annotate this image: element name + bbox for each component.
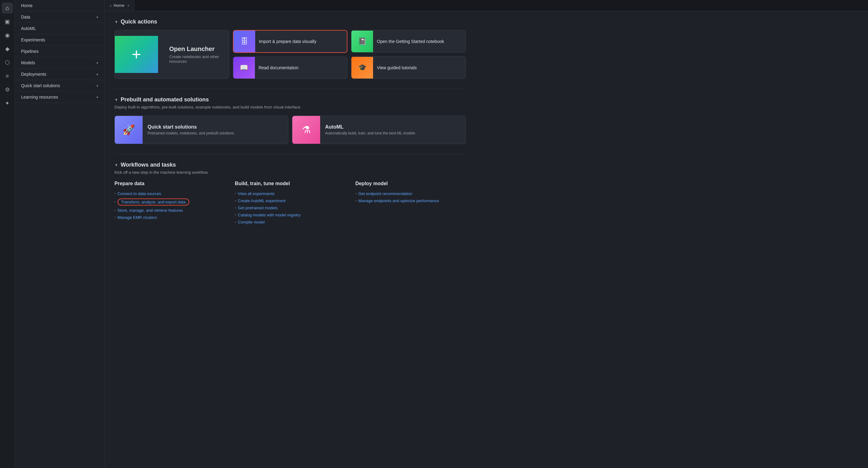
divider-1 (115, 89, 466, 89)
tutorials-icon-box: 🎓 (351, 57, 373, 78)
connect-data-sources-link[interactable]: • Connect to data sources (115, 190, 225, 197)
import-icon-box: 🗄 (234, 31, 255, 52)
triangle-icon: ▼ (115, 20, 118, 24)
pretrained-models-link[interactable]: • Get pretrained models (235, 204, 345, 211)
chevron-down-icon: ▾ (96, 84, 98, 88)
workflows-header: ▼ Workflows and tasks (115, 162, 466, 168)
notebook-icon: 📓 (358, 37, 367, 45)
deployments-icon-rail[interactable]: ⚙ (2, 84, 13, 95)
sidebar-item-home[interactable]: Home (15, 0, 104, 11)
sidebar-item-data[interactable]: Data ▾ (15, 11, 104, 23)
models-icon-rail[interactable]: ≡ (2, 70, 13, 81)
bullet-icon: • (115, 209, 116, 212)
launcher-icon: + (115, 36, 158, 73)
home-icon: ⌂ (110, 3, 112, 8)
sidebar-item-learning[interactable]: Learning resources ▾ (15, 92, 104, 103)
bullet-icon: • (235, 206, 236, 209)
model-registry-link[interactable]: • Catalog models with model registry (235, 211, 345, 219)
sidebar-item-deployments[interactable]: Deployments ▾ (15, 69, 104, 80)
getting-started-text: Open the Getting Started notebook (377, 35, 447, 47)
launcher-text: Open Launcher Create notebooks and other… (164, 40, 229, 69)
right-cards: 📓 Open the Getting Started notebook 🎓 Vi… (351, 30, 466, 79)
tab-label: Home (114, 3, 124, 8)
solutions-grid: 🚀 Quick start solutions Pretrained model… (115, 115, 466, 144)
main-content: ▼ Quick actions + Open Launcher Create n… (104, 11, 868, 468)
workflows-grid: Prepare data • Connect to data sources •… (115, 181, 466, 226)
endpoint-recommendation-link[interactable]: • Get endpoint recommendation (355, 190, 466, 197)
data-icon-rail[interactable]: ▣ (2, 16, 13, 27)
chevron-down-icon: ▾ (96, 61, 98, 65)
database-icon: 🗄 (241, 37, 248, 46)
quick-actions-header: ▼ Quick actions (115, 19, 466, 25)
bullet-icon: • (115, 200, 116, 204)
create-automl-link[interactable]: • Create AutoML experiment (235, 197, 345, 204)
sidebar: Home Data ▾ AutoML Experiments Pipelines… (15, 0, 104, 468)
build-train-list: • View all experiments • Create AutoML e… (235, 190, 345, 226)
flask-icon-box: ⚗ (292, 116, 320, 144)
bullet-icon: • (355, 192, 356, 195)
icon-rail: ⌂ ▣ ◉ ◆ ⬡ ≡ ⚙ ✦ (0, 0, 15, 468)
automl-text: AutoML Automatically build, train, and t… (320, 121, 420, 139)
transform-data-link[interactable]: • Transform, analyze, and export data (115, 197, 225, 207)
build-train-col: Build, train, tune model • View all expe… (235, 181, 345, 226)
experiments-icon-rail[interactable]: ◆ (2, 43, 13, 55)
automl-icon-rail[interactable]: ◉ (2, 30, 13, 41)
bullet-icon: • (355, 199, 356, 202)
home-icon-rail[interactable]: ⌂ (2, 2, 13, 13)
graduation-icon: 🎓 (358, 64, 367, 72)
sidebar-item-quick-start[interactable]: Quick start solutions ▾ (15, 80, 104, 92)
open-launcher-card[interactable]: + Open Launcher Create notebooks and oth… (115, 30, 229, 79)
chevron-down-icon: ▾ (96, 15, 98, 19)
automl-card[interactable]: ⚗ AutoML Automatically build, train, and… (292, 115, 466, 144)
flask-icon: ⚗ (302, 124, 311, 136)
chevron-down-icon: ▾ (96, 73, 98, 76)
prebuilt-solutions-header: ▼ Prebuilt and automated solutions (115, 96, 466, 103)
sidebar-item-models[interactable]: Models ▾ (15, 57, 104, 69)
docs-icon-box: 📖 (233, 57, 255, 78)
bullet-icon: • (115, 192, 116, 195)
docs-card-text: Read documentation (258, 62, 302, 74)
plus-icon: + (132, 45, 141, 64)
bullet-icon: • (235, 221, 236, 224)
middle-cards: 🗄 Import & prepare data visually 📖 Read … (233, 30, 348, 79)
rocket-icon: 🚀 (123, 124, 135, 136)
features-link[interactable]: • Store, manage, and retrieve features (115, 207, 225, 214)
pipelines-icon-rail[interactable]: ⬡ (2, 57, 13, 68)
import-data-card[interactable]: 🗄 Import & prepare data visually (233, 30, 348, 53)
read-docs-card[interactable]: 📖 Read documentation (233, 57, 348, 79)
bullet-icon: • (115, 216, 116, 219)
deploy-model-list: • Get endpoint recommendation • Manage e… (355, 190, 466, 204)
view-experiments-link[interactable]: • View all experiments (235, 190, 345, 197)
prebuilt-subtitle: Deploy built-in algorithms, pre-built so… (115, 105, 466, 109)
tutorials-card[interactable]: 🎓 View guided tutorials (351, 56, 466, 79)
sidebar-item-automl[interactable]: AutoML (15, 23, 104, 34)
main-panel: ⌂ Home × ▼ Quick actions + Open Launche (104, 0, 868, 468)
sidebar-item-experiments[interactable]: Experiments (15, 34, 104, 46)
sidebar-item-pipelines[interactable]: Pipelines (15, 46, 104, 57)
quick-start-solutions-card[interactable]: 🚀 Quick start solutions Pretrained model… (115, 115, 288, 144)
tutorials-text: View guided tutorials (377, 62, 421, 74)
triangle-icon-3: ▼ (115, 163, 118, 167)
bullet-icon: • (235, 199, 236, 202)
prepare-data-col: Prepare data • Connect to data sources •… (115, 181, 225, 226)
prepare-data-list: • Connect to data sources • Transform, a… (115, 190, 225, 221)
rocket-icon-box: 🚀 (115, 116, 143, 144)
compile-model-link[interactable]: • Compile model (235, 219, 345, 226)
solutions-icon-rail[interactable]: ✦ (2, 98, 13, 109)
close-icon[interactable]: × (127, 4, 129, 7)
quick-actions-layout: + Open Launcher Create notebooks and oth… (115, 30, 466, 79)
chevron-down-icon: ▾ (96, 96, 98, 99)
tab-home[interactable]: ⌂ Home × (104, 0, 134, 11)
manage-endpoints-link[interactable]: • Manage endpoints and optimize performa… (355, 197, 466, 204)
book-icon: 📖 (240, 64, 248, 72)
quick-start-text: Quick start solutions Pretrained models,… (143, 121, 239, 139)
triangle-icon-2: ▼ (115, 98, 118, 102)
bullet-icon: • (235, 213, 236, 217)
divider-2 (115, 154, 466, 154)
workflows-subtitle: Kick off a new step in the machine learn… (115, 170, 466, 175)
content-area: ▼ Quick actions + Open Launcher Create n… (104, 11, 476, 233)
notebook-icon-box: 📓 (351, 31, 373, 52)
tab-bar: ⌂ Home × (104, 0, 868, 11)
getting-started-card[interactable]: 📓 Open the Getting Started notebook (351, 30, 466, 53)
emr-link[interactable]: • Manage EMR clusters (115, 214, 225, 221)
